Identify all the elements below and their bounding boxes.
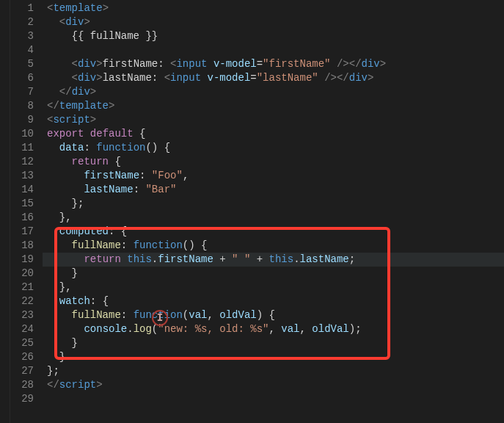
token <box>47 295 59 307</box>
line-number: 11 <box>10 141 34 155</box>
code-line[interactable]: <div>lastName: <input v-model="lastName"… <box>47 71 504 85</box>
line-number: 24 <box>10 322 34 336</box>
token: lastName: <box>103 72 164 84</box>
token: }, <box>47 281 72 293</box>
token: "Foo" <box>152 170 183 181</box>
code-line[interactable]: } <box>47 350 504 364</box>
token: lastName <box>84 184 133 195</box>
token <box>207 58 213 70</box>
line-number: 17 <box>10 225 34 239</box>
token: template <box>53 2 102 14</box>
code-line[interactable]: fullName: function() { <box>47 239 504 253</box>
token: ( <box>152 323 158 335</box>
token: , <box>269 323 282 335</box>
token: div <box>78 72 96 84</box>
line-number: 28 <box>10 378 34 392</box>
code-line[interactable]: export default { <box>47 127 504 141</box>
token <box>47 86 59 98</box>
token: : <box>139 170 152 181</box>
token: </ <box>337 72 349 84</box>
token <box>121 253 127 265</box>
line-number: 8 <box>10 99 34 113</box>
token: > <box>96 72 102 84</box>
code-line[interactable]: </script> <box>47 378 504 392</box>
token: return <box>72 156 109 167</box>
token: input <box>170 72 201 84</box>
code-line[interactable]: }; <box>47 197 504 211</box>
token: v-model <box>207 72 250 84</box>
token: div <box>72 86 90 98</box>
line-number: 14 <box>10 183 34 197</box>
line-number: 6 <box>10 71 34 85</box>
token <box>47 72 72 84</box>
code-line[interactable]: <div> <box>47 15 504 29</box>
line-number: 13 <box>10 169 34 183</box>
code-editor[interactable]: 1234567891011121314151617181920212223242… <box>0 0 504 423</box>
line-number: 22 <box>10 294 34 308</box>
code-line[interactable]: <div>firstName: <input v-model="firstNam… <box>47 57 504 71</box>
line-number: 15 <box>10 197 34 211</box>
token: : <box>134 184 146 195</box>
line-number: 26 <box>10 350 34 364</box>
code-line[interactable]: } <box>47 336 504 350</box>
token: < <box>59 16 65 28</box>
code-line[interactable]: {{ fullName }} <box>47 29 504 43</box>
token: </ <box>349 58 362 70</box>
token: fullName <box>72 239 121 251</box>
token: /> <box>324 72 337 84</box>
code-line[interactable]: watch: { <box>47 294 504 308</box>
line-number-gutter: 1234567891011121314151617181920212223242… <box>10 0 43 423</box>
code-line[interactable]: console.log("new: %s, old: %s", val, old… <box>47 322 504 336</box>
code-line[interactable]: lastName: "Bar" <box>47 183 504 197</box>
token: v-model <box>213 58 257 70</box>
token: . <box>127 323 133 335</box>
code-line[interactable]: return this.firstName + " " + this.lastN… <box>43 253 504 267</box>
token: " " <box>232 253 250 265</box>
token: : <box>121 309 134 321</box>
token: > <box>90 86 96 98</box>
token: > <box>96 379 102 391</box>
code-line[interactable] <box>47 43 504 57</box>
token: ) { <box>257 309 275 321</box>
token <box>47 170 84 181</box>
token <box>47 239 72 251</box>
token: > <box>84 16 90 28</box>
token: < <box>164 72 170 84</box>
code-line[interactable]: }, <box>47 281 504 294</box>
token: , <box>207 309 219 321</box>
token: console <box>84 323 127 335</box>
token: }, <box>47 212 72 223</box>
token: ); <box>349 323 362 335</box>
code-line[interactable]: </div> <box>47 85 504 99</box>
code-line[interactable]: } <box>47 267 504 281</box>
token: "Bar" <box>145 184 176 195</box>
code-line[interactable]: data: function() { <box>47 141 504 155</box>
code-line[interactable] <box>47 392 504 406</box>
token: /> <box>337 58 349 70</box>
code-area[interactable]: <template> <div> {{ fullName }} <div>fir… <box>43 0 504 423</box>
token: () { <box>183 239 208 251</box>
token: fullName <box>72 309 121 321</box>
line-number: 5 <box>10 57 34 71</box>
code-line[interactable]: <template> <box>47 1 504 15</box>
token: data <box>59 142 84 153</box>
token: . <box>152 253 158 265</box>
token: input <box>176 58 207 70</box>
line-number: 4 <box>10 43 34 57</box>
code-line[interactable]: firstName: "Foo", <box>47 169 504 183</box>
token: div <box>78 58 96 70</box>
token: } <box>47 337 78 349</box>
code-line[interactable]: }; <box>47 364 504 378</box>
code-line[interactable]: fullName: function(val, oldVal) { <box>47 308 504 322</box>
token: , <box>183 170 189 181</box>
breakpoint-margin[interactable] <box>0 0 10 423</box>
token <box>47 184 84 195</box>
token: }; <box>47 365 59 377</box>
token: oldVal <box>219 309 256 321</box>
code-line[interactable]: <script> <box>47 113 504 127</box>
line-number: 9 <box>10 113 34 127</box>
code-line[interactable]: computed: { <box>47 225 504 239</box>
code-line[interactable]: </template> <box>47 99 504 113</box>
code-line[interactable]: }, <box>47 211 504 225</box>
code-line[interactable]: return { <box>47 155 504 169</box>
